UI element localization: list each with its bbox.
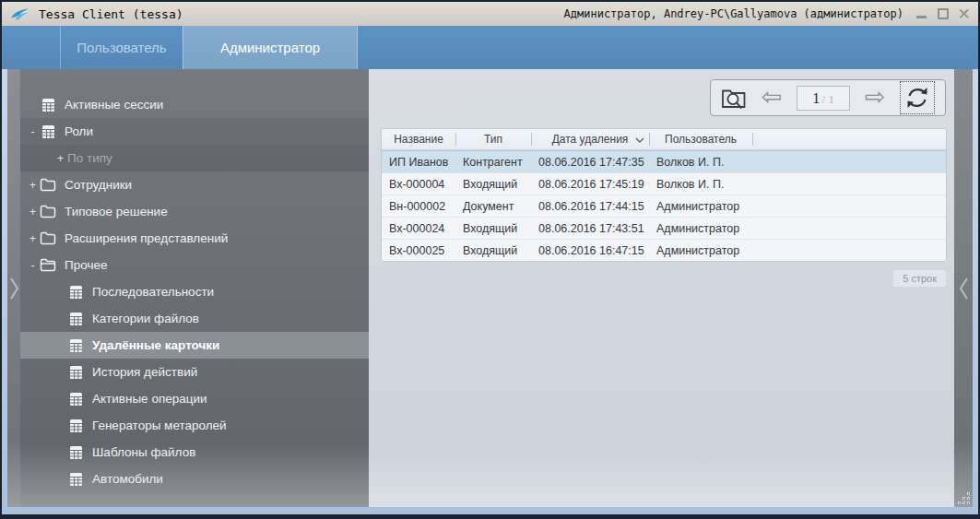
grid-card-icon bbox=[69, 472, 83, 487]
tree-item[interactable]: Последовательности bbox=[20, 278, 369, 305]
tree-item[interactable]: + Сотрудники bbox=[20, 171, 369, 198]
tree-item[interactable]: Удалённые карточки bbox=[20, 332, 369, 359]
tree-item[interactable]: Генераторы метаролей bbox=[20, 412, 369, 439]
grid-card-icon bbox=[67, 285, 84, 300]
expander-icon[interactable]: - bbox=[26, 259, 40, 272]
tree-item[interactable]: + Типовое решение bbox=[20, 198, 369, 225]
tree-item[interactable]: История действий bbox=[20, 359, 369, 385]
table-row[interactable]: Вн-000002Документ08.06.2016 17:44:15Адми… bbox=[382, 195, 946, 217]
table-row[interactable]: ИП ИвановКонтрагент08.06.2016 17:47:35Во… bbox=[382, 150, 946, 172]
grid-card-icon bbox=[67, 419, 84, 433]
row-count-badge: 5 строк bbox=[893, 270, 946, 287]
table-cell[interactable]: Администратор bbox=[649, 244, 752, 257]
grid-card-icon bbox=[67, 312, 84, 326]
tree-item[interactable]: - Роли bbox=[20, 118, 369, 145]
folder-icon bbox=[40, 205, 56, 218]
table-cell[interactable]: 08.06.2016 17:43:51 bbox=[531, 222, 649, 235]
tree-item[interactable]: Шаблоны файлов bbox=[20, 439, 369, 466]
table-body: ИП ИвановКонтрагент08.06.2016 17:47:35Во… bbox=[382, 150, 946, 261]
table-cell[interactable]: Контрагент bbox=[455, 156, 531, 169]
window-titlebar: Tessa Client (tessa) Администратор, Andr… bbox=[2, 2, 978, 26]
refresh-icon bbox=[905, 86, 929, 110]
table-cell[interactable]: Входящий bbox=[455, 222, 531, 235]
column-header[interactable]: Пользователь bbox=[649, 129, 752, 149]
page-indicator[interactable]: 1 / 1 bbox=[797, 86, 850, 111]
table-cell[interactable]: Вн-000002 bbox=[382, 200, 455, 213]
tree-item[interactable]: Активные сессии bbox=[20, 91, 369, 118]
table-cell[interactable]: 08.06.2016 17:47:35 bbox=[531, 156, 649, 169]
table-header: Название Тип Дата удаления Пользователь bbox=[382, 129, 946, 150]
folder-icon bbox=[40, 231, 56, 245]
grid-card-icon bbox=[67, 392, 84, 407]
table-row[interactable]: Вх-000024Входящий08.06.2016 17:43:51Адми… bbox=[382, 217, 946, 239]
sort-chevron-icon bbox=[635, 137, 644, 143]
right-panel-expand-handle[interactable] bbox=[954, 69, 973, 507]
maximize-button[interactable] bbox=[936, 6, 950, 21]
expander-icon[interactable]: + bbox=[26, 206, 40, 218]
table-cell[interactable]: Вх-000025 bbox=[382, 244, 455, 257]
next-page-button[interactable]: ⇨ bbox=[865, 84, 886, 109]
sidebar-tree: Активные сессии - Роли + По типу + Сотру… bbox=[20, 69, 369, 507]
grid-card-icon bbox=[67, 472, 84, 487]
prev-page-button[interactable]: ⇦ bbox=[762, 84, 783, 109]
table-row[interactable]: Вх-000004Входящий08.06.2016 17:45:19Волк… bbox=[382, 172, 946, 195]
column-header[interactable]: Дата удаления bbox=[531, 129, 649, 149]
tree-item[interactable]: Автомобили bbox=[20, 466, 369, 492]
grid-card-icon bbox=[69, 338, 83, 353]
table-cell[interactable]: 08.06.2016 17:44:15 bbox=[531, 200, 649, 213]
app-window: Tessa Client (tessa) Администратор, Andr… bbox=[0, 0, 980, 519]
column-header[interactable]: Тип bbox=[455, 129, 531, 149]
table-cell[interactable]: Администратор bbox=[649, 222, 752, 235]
table-cell[interactable]: 08.06.2016 17:45:19 bbox=[531, 178, 649, 191]
expander-icon[interactable]: - bbox=[26, 125, 40, 138]
deleted-cards-table: Название Тип Дата удаления Пользователь … bbox=[381, 128, 947, 262]
tree-item[interactable]: - Прочее bbox=[20, 252, 369, 278]
table-cell[interactable]: Вх-000004 bbox=[382, 178, 455, 191]
expander-icon[interactable]: + bbox=[26, 232, 40, 245]
tree-item[interactable]: Активные операции bbox=[20, 385, 369, 412]
search-view-button[interactable] bbox=[721, 86, 747, 111]
table-cell[interactable]: Вх-000024 bbox=[382, 222, 455, 235]
table-cell[interactable]: 08.06.2016 16:47:15 bbox=[531, 244, 649, 257]
tree-item-label: Сотрудники bbox=[65, 178, 132, 192]
grid-card-icon bbox=[67, 445, 84, 460]
grid-card-icon bbox=[41, 98, 55, 112]
user-info: Администратор, Andrey-PC\Gallyamova (адм… bbox=[564, 7, 903, 20]
expander-icon[interactable]: + bbox=[26, 179, 40, 192]
column-header-label: Название bbox=[394, 133, 443, 146]
arrow-right-icon: ⇨ bbox=[865, 84, 886, 109]
resize-grip[interactable] bbox=[957, 491, 971, 505]
table-row[interactable]: Вх-000025Входящий08.06.2016 16:47:15Адми… bbox=[382, 239, 946, 261]
grid-card-icon bbox=[69, 285, 83, 300]
refresh-button[interactable] bbox=[900, 81, 935, 114]
tree-item[interactable]: Категории файлов bbox=[20, 305, 369, 332]
table-cell[interactable]: Входящий bbox=[455, 244, 531, 257]
grid-card-icon bbox=[67, 338, 84, 353]
column-header-label: Тип bbox=[484, 133, 502, 146]
close-button[interactable]: ✕ bbox=[957, 6, 971, 21]
table-cell[interactable]: Волков И. П. bbox=[649, 156, 752, 169]
table-cell[interactable]: Волков И. П. bbox=[649, 178, 752, 191]
column-header[interactable]: Название bbox=[382, 129, 455, 149]
table-cell[interactable]: Входящий bbox=[455, 178, 531, 191]
tree-item-label: Типовое решение bbox=[65, 205, 168, 218]
tree-item[interactable]: + По типу bbox=[20, 145, 369, 171]
table-cell[interactable]: ИП Иванов bbox=[382, 156, 455, 169]
minimize-button[interactable] bbox=[915, 6, 928, 21]
window-title: Tessa Client (tessa) bbox=[39, 7, 183, 21]
tree-item-label: Прочее bbox=[65, 258, 107, 272]
chevron-right-icon bbox=[9, 277, 19, 301]
tree-item[interactable]: + Расширения представлений bbox=[20, 225, 369, 252]
tessa-swallow-icon bbox=[10, 6, 30, 21]
tab-user[interactable]: Пользователь bbox=[60, 26, 183, 69]
tab-administrator[interactable]: Администратор bbox=[183, 26, 358, 69]
page-total: / 1 bbox=[822, 92, 834, 107]
expander-icon[interactable]: + bbox=[53, 152, 67, 165]
column-header[interactable] bbox=[752, 129, 946, 149]
main-tabbar: Пользователь Администратор bbox=[2, 26, 978, 69]
left-panel-expand-handle[interactable] bbox=[7, 69, 20, 507]
table-cell[interactable]: Документ bbox=[455, 200, 531, 213]
tree-item-label: Категории файлов bbox=[92, 312, 199, 325]
folder-icon bbox=[40, 205, 56, 218]
table-cell[interactable]: Администратор bbox=[649, 200, 752, 213]
